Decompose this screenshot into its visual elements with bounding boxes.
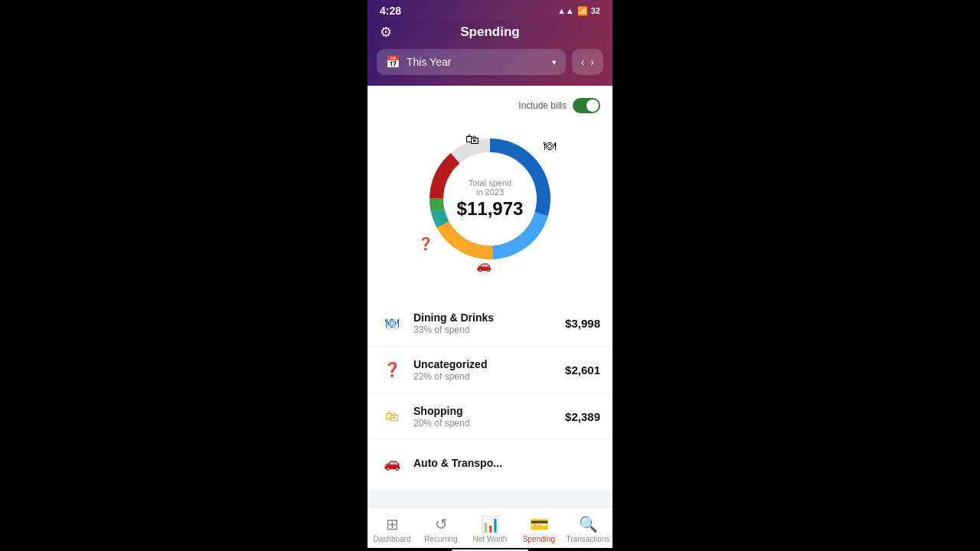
- list-item[interactable]: 🛍 Shopping 20% of spend $2,389: [368, 393, 612, 440]
- uncategorized-category-icon: ❓: [380, 357, 404, 382]
- prev-period-button[interactable]: ‹: [581, 56, 585, 68]
- dining-name: Dining & Drinks: [413, 311, 565, 324]
- dining-pct: 33% of spend: [413, 324, 565, 335]
- shopping-icon: 🛍: [466, 132, 479, 148]
- auto-name: Auto & Transpo...: [413, 457, 600, 469]
- recurring-label: Recurring: [424, 535, 457, 543]
- phone-frame: 4:28 ▲▲ 📶 32 ⚙ Spending 📅 This Year ▾ ‹ …: [368, 0, 612, 551]
- auto-category-icon: 🚗: [380, 451, 404, 475]
- donut-center: Total spend in 2023 $11,973: [457, 178, 524, 220]
- period-selector[interactable]: 📅 This Year ▾: [377, 49, 566, 75]
- period-text: This Year: [407, 56, 546, 68]
- spending-label: Spending: [523, 535, 555, 543]
- auto-icon: 🚗: [476, 258, 492, 272]
- transactions-label: Transactions: [567, 535, 610, 543]
- period-nav-buttons: ‹ ›: [572, 49, 603, 75]
- shopping-category-icon: 🛍: [380, 404, 404, 429]
- gear-icon[interactable]: ⚙: [380, 24, 392, 41]
- chart-card: Include bills: [368, 86, 612, 300]
- uncategorized-name: Uncategorized: [413, 358, 565, 370]
- status-bar: 4:28 ▲▲ 📶 32: [368, 0, 612, 20]
- list-item[interactable]: 🍽 Dining & Drinks 33% of spend $3,998: [368, 300, 612, 347]
- total-amount: $11,973: [457, 198, 524, 220]
- nav-recurring[interactable]: ↺ Recurring: [416, 514, 466, 545]
- uncategorized-icon: ❓: [418, 236, 433, 251]
- networth-icon: 📊: [481, 515, 500, 533]
- transactions-icon: 🔍: [579, 515, 598, 533]
- battery-indicator: 32: [591, 6, 600, 15]
- calendar-icon: 📅: [386, 55, 400, 69]
- dining-amount: $3,998: [565, 317, 600, 330]
- auto-info: Auto & Transpo...: [413, 457, 600, 470]
- spending-icon: 💳: [530, 515, 549, 533]
- home-indicator: [368, 548, 612, 551]
- include-bills-toggle[interactable]: [573, 98, 600, 113]
- include-bills-row: Include bills: [380, 98, 600, 113]
- dashboard-icon: ⊞: [386, 515, 399, 533]
- header: ⚙ Spending: [368, 20, 612, 49]
- dining-icon: 🍽: [544, 139, 556, 153]
- category-list: 🍽 Dining & Drinks 33% of spend $3,998 ❓ …: [368, 300, 612, 491]
- shopping-name: Shopping: [413, 405, 565, 417]
- list-item[interactable]: 🚗 Auto & Transpo...: [368, 440, 612, 491]
- signal-icon: ▲▲: [557, 6, 574, 15]
- donut-chart: 🛍 🍽 ❓ 🚗 Total spend in 2023 $11,973: [413, 122, 567, 276]
- total-year-label: in 2023: [457, 187, 524, 197]
- total-spend-label: Total spend: [457, 178, 524, 187]
- uncategorized-amount: $2,601: [565, 364, 600, 377]
- dining-category-icon: 🍽: [380, 311, 404, 335]
- nav-spending[interactable]: 💳 Spending: [514, 514, 564, 545]
- nav-transactions[interactable]: 🔍 Transactions: [564, 514, 612, 545]
- networth-label: Net Worth: [473, 535, 508, 543]
- dining-info: Dining & Drinks 33% of spend: [413, 311, 565, 335]
- shopping-info: Shopping 20% of spend: [413, 405, 565, 429]
- nav-dashboard[interactable]: ⊞ Dashboard: [368, 514, 416, 545]
- list-item[interactable]: ❓ Uncategorized 22% of spend $2,601: [368, 347, 612, 393]
- main-content: Include bills: [368, 86, 612, 507]
- nav-networth[interactable]: 📊 Net Worth: [466, 514, 514, 545]
- period-bar: 📅 This Year ▾ ‹ ›: [368, 49, 612, 86]
- next-period-button[interactable]: ›: [590, 56, 594, 68]
- uncategorized-info: Uncategorized 22% of spend: [413, 358, 565, 382]
- wifi-icon: 📶: [577, 6, 588, 16]
- bottom-nav: ⊞ Dashboard ↺ Recurring 📊 Net Worth 💳 Sp…: [368, 507, 612, 548]
- uncategorized-pct: 22% of spend: [413, 371, 565, 382]
- include-bills-label: Include bills: [518, 100, 567, 111]
- status-icons: ▲▲ 📶 32: [557, 6, 600, 16]
- page-title: Spending: [460, 24, 519, 40]
- status-time: 4:28: [380, 5, 401, 17]
- recurring-icon: ↺: [435, 515, 448, 533]
- chevron-down-icon: ▾: [552, 57, 557, 67]
- dashboard-label: Dashboard: [374, 535, 411, 543]
- shopping-pct: 20% of spend: [413, 418, 565, 429]
- shopping-amount: $2,389: [565, 410, 600, 423]
